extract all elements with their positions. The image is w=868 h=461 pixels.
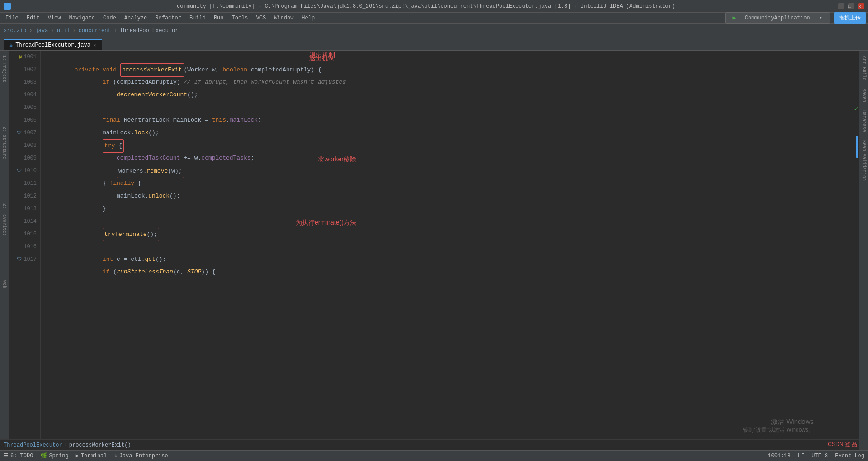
run-config-selector[interactable]: ▶ CommunityApplication ▾ [725, 12, 830, 24]
csdn-badge: CSDN 登 品 [828, 441, 857, 448]
status-todo[interactable]: ☰ 6: TODO [4, 452, 33, 459]
run-config-label: CommunityApplication [741, 14, 814, 22]
menu-build[interactable]: Build [186, 14, 209, 22]
title-bar: community [F:\community] - C:\Program Fi… [0, 0, 868, 13]
breadcrumb-util[interactable]: util [57, 28, 70, 34]
code-line-1009: workers.remove(w); 将worker移除 [42, 152, 859, 165]
gutter-line-1012: 1012 [9, 190, 40, 202]
code-line-1017: if (runStateLessThan(c, STOP)) { [42, 253, 859, 266]
at-icon: @ [19, 51, 22, 63]
code-line-1007: try { [42, 127, 859, 139]
window-title: community [F:\community] - C:\Program Fi… [14, 3, 838, 9]
menu-navigate[interactable]: Navigate [65, 14, 99, 22]
menu-help[interactable]: Help [298, 14, 318, 22]
app-icon [4, 3, 11, 10]
position-label: 1001:18 [768, 453, 790, 459]
menu-view[interactable]: View [44, 14, 65, 22]
window-controls[interactable]: — □ ✕ [838, 3, 864, 9]
menu-code[interactable]: Code [99, 14, 120, 22]
menu-analyze[interactable]: Analyze [121, 14, 151, 22]
code-line-1016: int c = ctl.get(); [42, 240, 859, 253]
breadcrumb-concurrent[interactable]: concurrent [79, 28, 111, 34]
code-line-1014: tryTerminate(); 为执行erminate()方法 [42, 215, 859, 228]
code-line-1002: if (completedAbruptly) // If abrupt, the… [42, 63, 859, 76]
terminal-icon: ▶ [76, 452, 79, 459]
todo-icon: ☰ [4, 452, 9, 459]
code-line-1003: decrementWorkerCount(); [42, 76, 859, 89]
close-button[interactable]: ✕ [858, 3, 864, 9]
line-number-gutter: @ 1001 1002 1003 1004 1005 1006 🛡 1007 1… [9, 51, 41, 450]
sidebar-favorites[interactable]: 2: Favorites [2, 201, 7, 239]
shield-icon-1007: 🛡 [17, 127, 22, 139]
code-line-1011: mainLock.unlock(); [42, 177, 859, 190]
breadcrumb-threadpoolexecutor[interactable]: ThreadPoolExecutor [120, 28, 179, 34]
java-enterprise-label: Java Enterprise [119, 453, 168, 459]
tab-close-button[interactable]: ✕ [93, 42, 96, 48]
main-area: 1: Project 2: Structure 2: Favorites Web… [0, 51, 868, 450]
sidebar-ant-build[interactable]: Ant Build [860, 52, 868, 84]
sidebar-bean-validation[interactable]: Bean Validation [860, 136, 868, 184]
validation-check: ✓ [854, 105, 858, 113]
menu-vcs[interactable]: VCS [253, 14, 270, 22]
menu-file[interactable]: File [2, 14, 22, 22]
menu-window[interactable]: Window [270, 14, 297, 22]
breadcrumb-srczip[interactable]: src.zip [4, 28, 26, 34]
tab-threadpoolexecutor[interactable]: ☕ ThreadPoolExecutor.java ✕ [4, 39, 102, 50]
status-java-enterprise[interactable]: ☕ Java Enterprise [114, 452, 168, 459]
editor-area: @ 1001 1002 1003 1004 1005 1006 🛡 1007 1… [9, 51, 859, 450]
terminal-label: Terminal [81, 453, 107, 459]
gutter-line-1006: 1006 [9, 114, 40, 127]
gutter-line-1011: 1011 [9, 177, 40, 190]
code-line-1004 [42, 89, 859, 101]
status-terminal[interactable]: ▶ Terminal [76, 452, 107, 459]
gutter-line-1009: 1009 [9, 152, 40, 165]
code-line-1012: } [42, 190, 859, 202]
sidebar-database[interactable]: Database [860, 107, 868, 136]
java-enterprise-icon: ☕ [114, 452, 117, 459]
annotation-try-terminate: 为执行erminate()方法 [296, 216, 356, 229]
status-bar: ☰ 6: TODO 🌿 Spring ▶ Terminal ☕ Java Ent… [0, 450, 868, 461]
status-event-log[interactable]: Event Log [835, 453, 864, 459]
maximize-button[interactable]: □ [848, 3, 854, 9]
chevron-down-icon: ▾ [816, 14, 826, 22]
bottom-breadcrumb: ThreadPoolExecutor › processWorkerExit() [0, 439, 859, 450]
minimize-button[interactable]: — [838, 3, 844, 9]
toolbar-right: ▶ CommunityApplication ▾ 拖拽上传 [725, 12, 867, 24]
menu-bar: File Edit View Navigate Code Analyze Ref… [0, 13, 868, 24]
sidebar-web[interactable]: Web [2, 278, 7, 291]
tab-file-icon: ☕ [9, 42, 13, 48]
gutter-line-1015: 1015 [9, 228, 40, 240]
line-sep-label: LF [798, 453, 804, 459]
todo-label: 6: TODO [10, 453, 33, 459]
breadcrumb-method: processWorkerExit() [69, 442, 131, 448]
code-editor[interactable]: private void processWorkerExit(Worker w,… [41, 51, 859, 450]
upload-button[interactable]: 拖拽上传 [834, 12, 866, 24]
sidebar-structure[interactable]: 2: Structure [2, 124, 7, 162]
sidebar-project[interactable]: 1: Project [2, 52, 7, 85]
sidebar-maven[interactable]: Maven [860, 85, 868, 106]
menu-run[interactable]: Run [210, 14, 227, 22]
tab-label: ThreadPoolExecutor.java [15, 42, 90, 48]
gutter-line-1016: 1016 [9, 240, 40, 253]
left-sidebar: 1: Project 2: Structure 2: Favorites Web [0, 51, 9, 450]
menu-tools[interactable]: Tools [228, 14, 252, 22]
gutter-line-1010: 🛡 1010 [9, 165, 40, 177]
gutter-line-1001: @ 1001 [9, 51, 40, 63]
menu-refactor[interactable]: Refactor [151, 14, 185, 22]
code-line-1013 [42, 202, 859, 215]
breadcrumb-java[interactable]: java [35, 28, 48, 34]
gutter-line-1014: 1014 [9, 215, 40, 228]
gutter-line-1004: 1004 [9, 89, 40, 101]
breadcrumb-bar: src.zip › java › util › concurrent › Thr… [0, 24, 868, 38]
right-sidebar: Ant Build Maven Database Bean Validation [859, 51, 868, 450]
breadcrumb-class: ThreadPoolExecutor [4, 442, 62, 448]
shield-icon-1017: 🛡 [17, 253, 22, 266]
status-spring[interactable]: 🌿 Spring [40, 452, 68, 459]
shield-icon-1010: 🛡 [17, 165, 22, 177]
encoding-label: UTF-8 [811, 453, 828, 459]
code-line-1005: final ReentrantLock mainLock = this.main… [42, 101, 859, 114]
menu-edit[interactable]: Edit [23, 14, 43, 22]
spring-label: Spring [49, 453, 68, 459]
code-line-1010: } finally { [42, 165, 859, 177]
gutter-line-1005: 1005 [9, 101, 40, 114]
